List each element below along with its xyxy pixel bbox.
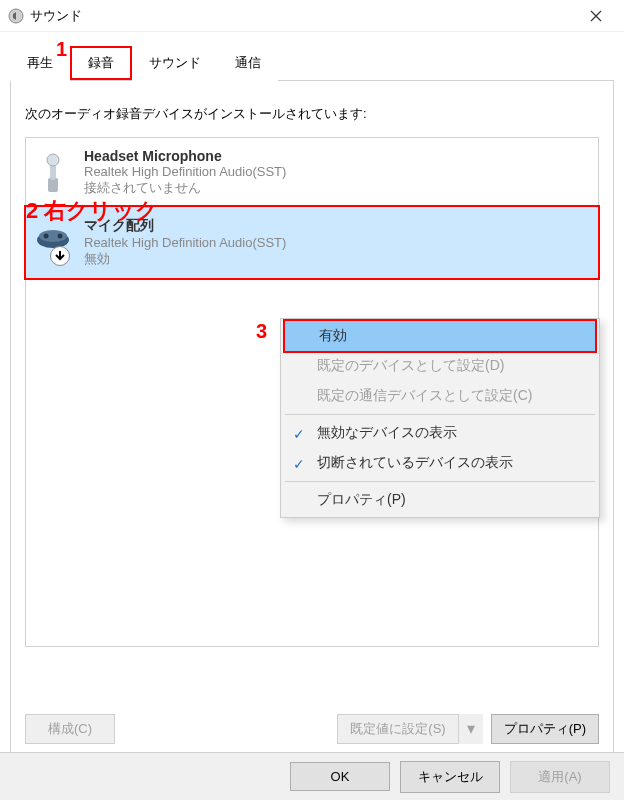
- sound-icon: [8, 8, 24, 24]
- properties-button[interactable]: プロパティ(P): [491, 714, 599, 744]
- device-name: マイク配列: [84, 217, 590, 235]
- mic-array-icon: [34, 222, 72, 264]
- tabbar: 再生 録音 サウンド 通信: [10, 46, 614, 81]
- menu-show-disabled[interactable]: ✓ 無効なデバイスの表示: [283, 418, 597, 448]
- tab-sound[interactable]: サウンド: [132, 47, 218, 81]
- device-status: 接続されていません: [84, 179, 590, 197]
- instruction-text: 次のオーディオ録音デバイスがインストールされています:: [25, 105, 599, 123]
- configure-button[interactable]: 構成(C): [25, 714, 115, 744]
- tab-recording[interactable]: 録音: [70, 46, 132, 80]
- device-status: 無効: [84, 250, 590, 268]
- headset-mic-icon: [34, 152, 72, 194]
- dialog-buttons: OK キャンセル 適用(A): [0, 752, 624, 800]
- window-title: サウンド: [30, 7, 576, 25]
- chevron-down-icon[interactable]: ▾: [458, 714, 483, 744]
- menu-set-default: 既定のデバイスとして設定(D): [283, 351, 597, 381]
- menu-separator: [285, 481, 595, 482]
- device-sub: Realtek High Definition Audio(SST): [84, 235, 590, 250]
- menu-separator: [285, 414, 595, 415]
- set-default-dropdown[interactable]: 既定値に設定(S) ▾: [337, 714, 482, 744]
- menu-set-default-comm: 既定の通信デバイスとして設定(C): [283, 381, 597, 411]
- ok-button[interactable]: OK: [290, 762, 390, 791]
- tab-playback[interactable]: 再生: [10, 47, 70, 81]
- cancel-button[interactable]: キャンセル: [400, 761, 500, 793]
- device-item-selected[interactable]: マイク配列 Realtek High Definition Audio(SST)…: [24, 205, 600, 280]
- titlebar: サウンド: [0, 0, 624, 32]
- svg-point-6: [44, 233, 49, 238]
- check-icon: ✓: [293, 456, 305, 472]
- apply-button[interactable]: 適用(A): [510, 761, 610, 793]
- close-button[interactable]: [576, 0, 616, 32]
- panel-buttons: 構成(C) 既定値に設定(S) ▾ プロパティ(P): [25, 714, 599, 744]
- svg-point-5: [39, 230, 67, 242]
- svg-point-7: [58, 233, 63, 238]
- check-icon: ✓: [293, 426, 305, 442]
- svg-rect-1: [48, 178, 58, 192]
- tab-communication[interactable]: 通信: [218, 47, 278, 81]
- menu-show-disconnected[interactable]: ✓ 切断されているデバイスの表示: [283, 448, 597, 478]
- context-menu: 有効 既定のデバイスとして設定(D) 既定の通信デバイスとして設定(C) ✓ 無…: [280, 318, 600, 518]
- menu-properties[interactable]: プロパティ(P): [283, 485, 597, 515]
- device-info: マイク配列 Realtek High Definition Audio(SST)…: [84, 217, 590, 268]
- device-item[interactable]: Headset Microphone Realtek High Definiti…: [26, 138, 598, 207]
- menu-item-label: 切断されているデバイスの表示: [317, 454, 513, 470]
- menu-item-label: 無効なデバイスの表示: [317, 424, 457, 440]
- device-sub: Realtek High Definition Audio(SST): [84, 164, 590, 179]
- device-info: Headset Microphone Realtek High Definiti…: [84, 148, 590, 197]
- svg-point-3: [47, 154, 59, 166]
- device-name: Headset Microphone: [84, 148, 590, 164]
- menu-enable[interactable]: 有効: [283, 319, 597, 353]
- set-default-button[interactable]: 既定値に設定(S): [337, 714, 457, 744]
- disabled-arrow-icon: [50, 246, 70, 266]
